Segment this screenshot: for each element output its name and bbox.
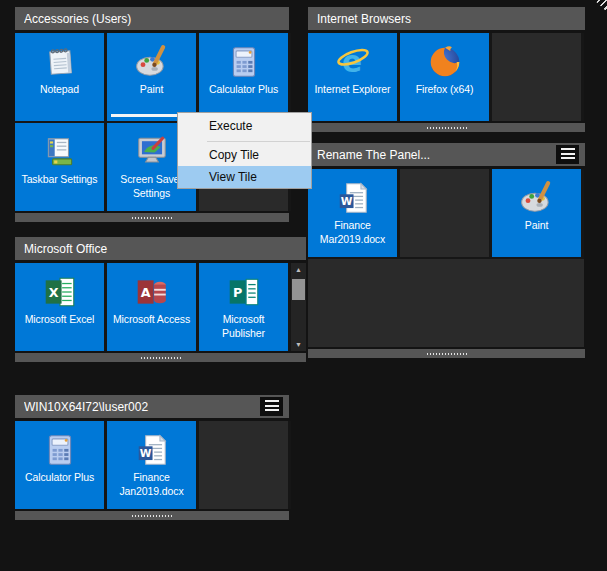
- scrollbar-thumb[interactable]: [292, 279, 305, 300]
- tile-label: Finance Mar2019.docx: [308, 219, 397, 246]
- tile-label: Notepad: [15, 83, 104, 97]
- panel-header: Internet Browsers: [308, 7, 585, 30]
- tile-label: Firefox (x64): [400, 83, 489, 97]
- panel-title: Rename The Panel...: [317, 148, 556, 162]
- panel-title: Accessories (Users): [24, 12, 289, 26]
- panel-drag-handle[interactable]: [15, 353, 306, 362]
- tile-firefox-x64[interactable]: Firefox (x64): [400, 33, 492, 121]
- tile-label: Microsoft Access: [107, 313, 196, 327]
- panel-header: Microsoft Office: [15, 237, 306, 260]
- firefox-icon: [427, 44, 463, 80]
- svg-text:W: W: [139, 447, 151, 459]
- panel-header: WIN10X64I72\luser002: [15, 395, 289, 418]
- tile-label: Microsoft Publisher: [199, 313, 288, 340]
- desktop-canvas: { "colors":{"tile_blue":"#0078d7","panel…: [0, 0, 607, 571]
- panel-drag-handle[interactable]: [15, 511, 289, 520]
- drag-dots-icon: [141, 357, 181, 359]
- scroll-down-button[interactable]: ▼: [291, 338, 306, 351]
- access-icon: A: [134, 274, 170, 310]
- panel-drag-handle[interactable]: [308, 349, 585, 358]
- vertical-scrollbar[interactable]: ▲ ▼: [291, 263, 306, 351]
- tile-microsoft-access[interactable]: AMicrosoft Access: [107, 263, 199, 351]
- tile-label: Paint: [492, 219, 581, 233]
- drag-dots-icon: [132, 515, 172, 517]
- panel-drag-handle[interactable]: [308, 123, 585, 132]
- drag-dots-icon: [132, 217, 172, 219]
- panel-title: WIN10X64I72\luser002: [24, 400, 260, 414]
- notepad-icon: [42, 44, 78, 80]
- calculator-icon: [226, 44, 262, 80]
- tile-label: Calculator Plus: [15, 471, 104, 485]
- tile-calculator-plus[interactable]: Calculator Plus: [15, 421, 107, 509]
- tile-paint[interactable]: Paint: [107, 33, 199, 123]
- context-menu: Execute Copy Tile View Tile: [177, 112, 312, 189]
- publisher-icon: P: [226, 274, 262, 310]
- tile-microsoft-excel[interactable]: XMicrosoft Excel: [15, 263, 107, 351]
- svg-text:X: X: [48, 285, 58, 300]
- panel-user-session: WIN10X64I72\luser002 Calculator PlusWFin…: [15, 395, 289, 520]
- tile-label: Taskbar Settings: [15, 173, 104, 187]
- taskbar-settings-icon: [42, 134, 78, 170]
- tile-taskbar-settings[interactable]: Taskbar Settings: [15, 123, 107, 211]
- tile-label: Calculator Plus: [199, 83, 288, 97]
- menu-separator: [207, 141, 310, 142]
- screensaver-settings-icon: [134, 134, 170, 170]
- panel-header: Rename The Panel...: [308, 143, 585, 166]
- tile-internet-explorer[interactable]: eInternet Explorer: [308, 33, 400, 121]
- calculator-icon: [42, 432, 78, 468]
- tile-calculator-plus[interactable]: Calculator Plus: [199, 33, 291, 123]
- corner-stripes-decoration: [591, 0, 607, 14]
- svg-text:P: P: [232, 285, 241, 300]
- panel-internet-browsers: Internet Browsers eInternet ExplorerFire…: [308, 7, 585, 132]
- svg-text:W: W: [340, 195, 352, 207]
- tile-label: Microsoft Excel: [15, 313, 104, 327]
- scroll-up-button[interactable]: ▲: [291, 263, 306, 276]
- panel-rename-the-panel: Rename The Panel... WFinance Mar2019.doc…: [308, 143, 585, 358]
- hamburger-menu-icon[interactable]: [260, 397, 283, 416]
- drag-dots-icon: [427, 127, 467, 129]
- internet-explorer-icon: e: [335, 44, 371, 80]
- tile-finance-mar2019-docx[interactable]: WFinance Mar2019.docx: [308, 169, 400, 259]
- menu-item-execute[interactable]: Execute: [178, 113, 311, 140]
- empty-tile-slot: [492, 33, 584, 121]
- svg-text:A: A: [140, 285, 150, 300]
- menu-item-view-tile[interactable]: View Tile: [178, 166, 311, 188]
- hamburger-menu-icon[interactable]: [556, 145, 579, 164]
- tile-paint[interactable]: Paint: [492, 169, 584, 259]
- tile-label: Internet Explorer: [308, 83, 397, 97]
- empty-panel-area: [308, 259, 584, 347]
- tile-microsoft-publisher[interactable]: PMicrosoft Publisher: [199, 263, 291, 351]
- word-doc-icon: W: [134, 432, 170, 468]
- panel-header: Accessories (Users): [15, 7, 289, 30]
- excel-icon: X: [42, 274, 78, 310]
- paint-icon: [134, 44, 170, 80]
- paint-icon: [519, 180, 555, 216]
- word-doc-icon: W: [335, 180, 371, 216]
- panel-title: Internet Browsers: [317, 12, 585, 26]
- tile-label: Paint: [107, 83, 196, 97]
- tile-finance-jan2019-docx[interactable]: WFinance Jan2019.docx: [107, 421, 199, 509]
- panel-drag-handle[interactable]: [15, 213, 289, 222]
- scrollbar-track[interactable]: [291, 276, 306, 338]
- drag-dots-icon: [427, 353, 467, 355]
- tile-notepad[interactable]: Notepad: [15, 33, 107, 123]
- menu-item-copy-tile[interactable]: Copy Tile: [178, 144, 311, 166]
- tile-label: Finance Jan2019.docx: [107, 471, 196, 498]
- empty-tile-slot: [400, 169, 492, 259]
- empty-tile-slot: [199, 421, 291, 509]
- panel-title: Microsoft Office: [24, 242, 306, 256]
- panel-microsoft-office: Microsoft Office XMicrosoft ExcelAMicros…: [15, 237, 306, 362]
